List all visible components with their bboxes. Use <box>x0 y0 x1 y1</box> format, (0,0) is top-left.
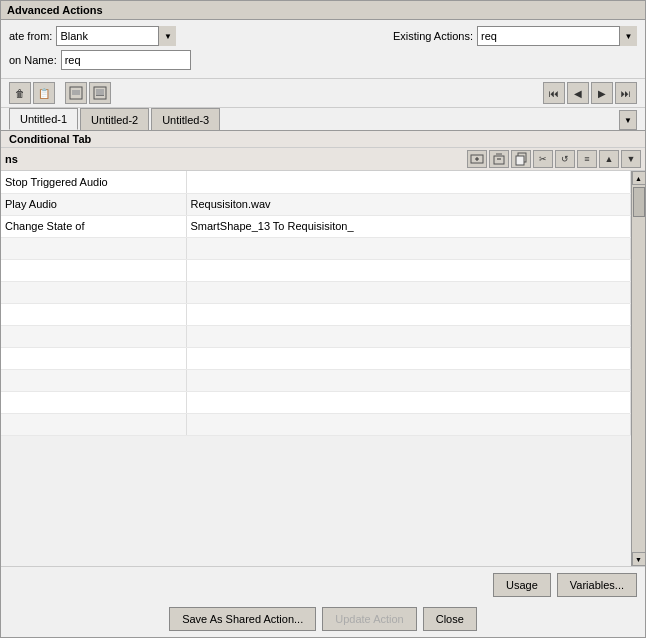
navigation-toolbar: ⏮ ◀ ▶ ⏭ <box>543 82 637 104</box>
tab-dropdown-button[interactable]: ▼ <box>619 110 637 130</box>
existing-actions-select[interactable]: req <box>477 26 637 46</box>
action-cell: Change State of <box>1 215 186 237</box>
create-from-row: ate from: Blank ▼ Existing Actions: req … <box>9 26 637 46</box>
window-title: Advanced Actions <box>1 1 645 20</box>
table-group-button[interactable]: ≡ <box>577 150 597 168</box>
image-button-2[interactable] <box>89 82 111 104</box>
detail-cell <box>186 369 631 391</box>
svg-rect-8 <box>494 156 504 164</box>
table-row <box>1 413 631 435</box>
delete-row-icon <box>492 152 506 166</box>
table-row <box>1 325 631 347</box>
detail-cell <box>186 391 631 413</box>
action-name-label: on Name: <box>9 54 57 66</box>
table-row: Change State of SmartShape_13 To Requisi… <box>1 215 631 237</box>
table-copy-button[interactable] <box>511 150 531 168</box>
usage-button[interactable]: Usage <box>493 573 551 597</box>
tab-untitled-2[interactable]: Untitled-2 <box>80 108 149 130</box>
detail-cell <box>186 347 631 369</box>
tab-untitled-1[interactable]: Untitled-1 <box>9 108 78 130</box>
table-row <box>1 281 631 303</box>
main-toolbar: 🗑 📋 ⏮ ◀ ▶ ⏭ <box>1 79 645 108</box>
detail-cell <box>186 281 631 303</box>
detail-cell: Requsisiton.wav <box>186 193 631 215</box>
table-add-button[interactable] <box>467 150 487 168</box>
table-move-down-button[interactable]: ▼ <box>621 150 641 168</box>
copy-action-button[interactable]: 📋 <box>33 82 55 104</box>
action-name-row: on Name: <box>9 50 637 70</box>
tab-untitled-3[interactable]: Untitled-3 <box>151 108 220 130</box>
table-area: ns <box>1 148 645 566</box>
svg-rect-3 <box>96 89 104 96</box>
existing-actions-area: Existing Actions: req ▼ <box>393 26 637 46</box>
nav-last-button[interactable]: ⏭ <box>615 82 637 104</box>
table-toolbar: ns <box>1 148 645 171</box>
detail-cell <box>186 413 631 435</box>
scroll-up-button[interactable]: ▲ <box>632 171 646 185</box>
save-shared-action-button[interactable]: Save As Shared Action... <box>169 607 316 631</box>
svg-rect-4 <box>96 95 104 96</box>
actions-table: Stop Triggered Audio Play Audio Requsisi… <box>1 171 631 436</box>
table-row: Play Audio Requsisiton.wav <box>1 193 631 215</box>
action-cell: Stop Triggered Audio <box>1 171 186 193</box>
detail-cell: SmartShape_13 To Requisisiton_ <box>186 215 631 237</box>
detail-cell <box>186 171 631 193</box>
scroll-down-button[interactable]: ▼ <box>632 552 646 566</box>
form-area: ate from: Blank ▼ Existing Actions: req … <box>1 20 645 79</box>
action-cell <box>1 237 186 259</box>
svg-rect-12 <box>516 156 524 165</box>
table-delete-button[interactable] <box>489 150 509 168</box>
table-row: Stop Triggered Audio <box>1 171 631 193</box>
action-cell: Play Audio <box>1 193 186 215</box>
table-scroll[interactable]: Stop Triggered Audio Play Audio Requsisi… <box>1 171 631 566</box>
tabs-row: Untitled-1 Untitled-2 Untitled-3 ▼ <box>1 108 645 131</box>
action-cell <box>1 413 186 435</box>
table-row <box>1 303 631 325</box>
action-name-input[interactable] <box>61 50 191 70</box>
action-cell <box>1 347 186 369</box>
panel-header: Conditional Tab <box>1 131 645 148</box>
action-cell <box>1 259 186 281</box>
table-row <box>1 369 631 391</box>
nav-next-button[interactable]: ▶ <box>591 82 613 104</box>
update-action-button[interactable]: Update Action <box>322 607 417 631</box>
table-scrollbar[interactable]: ▲ ▼ <box>631 171 645 566</box>
detail-cell <box>186 325 631 347</box>
action-cell <box>1 303 186 325</box>
action-cell <box>1 325 186 347</box>
table-toolbar-label: ns <box>5 153 18 165</box>
create-from-label: ate from: <box>9 30 52 42</box>
table-row <box>1 237 631 259</box>
create-from-select[interactable]: Blank <box>56 26 176 46</box>
detail-cell <box>186 303 631 325</box>
table-cut-button[interactable]: ✂ <box>533 150 553 168</box>
table-move-up-button[interactable]: ▲ <box>599 150 619 168</box>
bottom-buttons-row1: Usage Variables... <box>1 566 645 603</box>
table-container: Stop Triggered Audio Play Audio Requsisi… <box>1 171 645 566</box>
nav-first-button[interactable]: ⏮ <box>543 82 565 104</box>
copy-icon <box>514 152 528 166</box>
svg-rect-1 <box>72 90 80 95</box>
existing-actions-select-wrapper: req ▼ <box>477 26 637 46</box>
detail-cell <box>186 259 631 281</box>
scroll-thumb[interactable] <box>633 187 645 217</box>
action-cell <box>1 369 186 391</box>
image-button-1[interactable] <box>65 82 87 104</box>
table-row <box>1 347 631 369</box>
footer-row: Save As Shared Action... Update Action C… <box>1 603 645 637</box>
add-row-icon <box>470 152 484 166</box>
image-icon-2 <box>93 86 107 100</box>
table-refresh-button[interactable]: ↺ <box>555 150 575 168</box>
detail-cell <box>186 237 631 259</box>
close-button[interactable]: Close <box>423 607 477 631</box>
variables-button[interactable]: Variables... <box>557 573 637 597</box>
table-toolbar-right: ✂ ↺ ≡ ▲ ▼ <box>467 150 641 168</box>
table-row <box>1 259 631 281</box>
action-cell <box>1 391 186 413</box>
table-row <box>1 391 631 413</box>
advanced-actions-window: Advanced Actions ate from: Blank ▼ Exist… <box>0 0 646 638</box>
nav-prev-button[interactable]: ◀ <box>567 82 589 104</box>
existing-actions-label: Existing Actions: <box>393 30 473 42</box>
delete-action-button[interactable]: 🗑 <box>9 82 31 104</box>
create-from-select-wrapper: Blank ▼ <box>56 26 176 46</box>
